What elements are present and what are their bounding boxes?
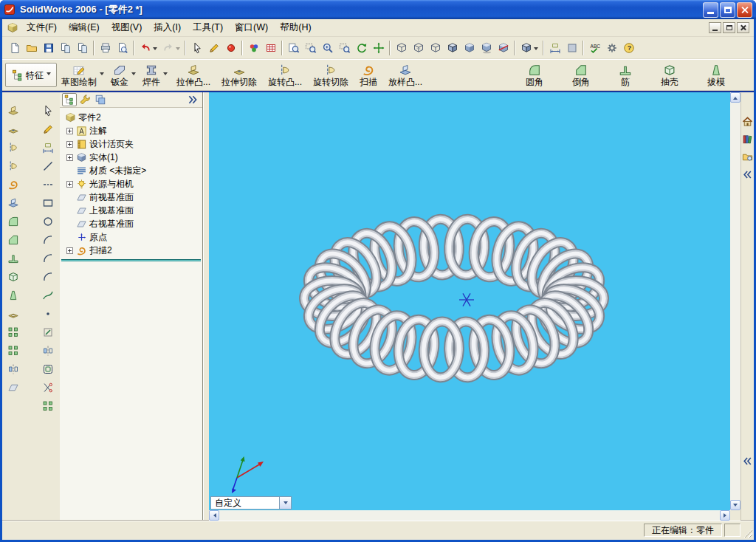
scroll-up-button[interactable] bbox=[730, 92, 740, 103]
loft-button[interactable] bbox=[5, 195, 22, 211]
trim-entities-button[interactable] bbox=[40, 380, 57, 396]
new-document-button[interactable] bbox=[6, 40, 23, 56]
feature-button-shell[interactable]: 抽壳 bbox=[647, 61, 692, 89]
shaded-with-edges-button[interactable] bbox=[444, 40, 461, 56]
propertymanager-tab-button[interactable] bbox=[78, 93, 92, 106]
extrude-boss-button[interactable] bbox=[5, 103, 22, 119]
menu-help[interactable]: 帮助(H) bbox=[274, 19, 317, 36]
open-button[interactable] bbox=[23, 40, 40, 56]
rectangle-button[interactable] bbox=[40, 195, 57, 211]
feature-button-extrude-cut[interactable]: 拉伸切除 bbox=[217, 61, 261, 89]
feature-tab-sketch[interactable]: 草图绘制 bbox=[59, 61, 106, 89]
fillet-button[interactable] bbox=[5, 213, 22, 230]
shaded-button[interactable] bbox=[461, 40, 478, 56]
configurationmanager-tab-button[interactable] bbox=[93, 93, 108, 106]
rotate-view-button[interactable] bbox=[353, 40, 370, 56]
spline-button[interactable] bbox=[40, 287, 57, 303]
feature-button-revolve-cut[interactable]: 旋转切除 bbox=[309, 61, 353, 89]
tree-item-part[interactable]: 零件2 bbox=[61, 111, 201, 124]
solidworks-resources-button[interactable] bbox=[741, 114, 754, 128]
tree-item-lights-cameras[interactable]: 光源与相机 bbox=[61, 177, 201, 191]
print-button[interactable] bbox=[97, 40, 114, 56]
centerline-button[interactable] bbox=[40, 176, 57, 193]
scroll-left-button[interactable] bbox=[209, 510, 219, 521]
panel-splitter[interactable] bbox=[203, 92, 209, 521]
sketch-button[interactable] bbox=[205, 40, 222, 56]
wireframe-button[interactable] bbox=[393, 40, 410, 56]
restore-button[interactable] bbox=[720, 2, 735, 18]
chamfer-button[interactable] bbox=[5, 232, 22, 248]
rollback-bar[interactable] bbox=[61, 259, 201, 261]
circular-pattern-button[interactable] bbox=[5, 343, 22, 359]
draft-button[interactable] bbox=[5, 287, 22, 303]
feature-tab-sheet-metal[interactable]: 钣金 bbox=[109, 61, 138, 89]
file-explorer-button[interactable] bbox=[741, 150, 754, 163]
feature-tab-weldments[interactable]: 焊件 bbox=[140, 61, 170, 89]
titlebar[interactable]: SolidWorks 2006 - [零件2 *] bbox=[0, 0, 756, 19]
offset-entities-button[interactable] bbox=[40, 361, 57, 377]
sketch-button[interactable] bbox=[40, 121, 57, 137]
menu-tools[interactable]: 工具(T) bbox=[187, 19, 229, 36]
design-table-button[interactable] bbox=[262, 40, 279, 56]
graphics-area[interactable]: 自定义 bbox=[209, 92, 730, 510]
tree-item-right-plane[interactable]: 右视基准面 bbox=[61, 217, 201, 230]
zoom-in-out-button[interactable] bbox=[319, 40, 336, 56]
pan-button[interactable] bbox=[370, 40, 387, 56]
convert-entities-button[interactable] bbox=[40, 324, 57, 340]
reference-geometry-button[interactable] bbox=[5, 380, 22, 396]
3point-arc-button[interactable] bbox=[40, 269, 57, 285]
zoom-to-area-button[interactable] bbox=[302, 40, 319, 56]
close-button[interactable] bbox=[737, 2, 752, 18]
menu-view[interactable]: 视图(V) bbox=[106, 19, 148, 36]
rebuild-button[interactable] bbox=[222, 40, 239, 56]
menu-window[interactable]: 窗口(W) bbox=[229, 19, 274, 36]
scroll-down-button[interactable] bbox=[730, 500, 740, 510]
mass-properties-button[interactable] bbox=[563, 40, 580, 56]
expand-plus[interactable] bbox=[65, 128, 74, 134]
combo-dropdown-button[interactable] bbox=[279, 497, 291, 509]
expand-plus[interactable] bbox=[65, 247, 74, 254]
menu-file[interactable]: 文件(F) bbox=[21, 19, 63, 36]
section-view-button[interactable] bbox=[495, 40, 512, 56]
select-button[interactable] bbox=[40, 103, 57, 119]
mirror-feature-button[interactable] bbox=[5, 361, 22, 377]
shadows-in-shaded-button[interactable] bbox=[478, 40, 495, 56]
point-button[interactable] bbox=[40, 306, 57, 322]
feature-button-revolve-boss[interactable]: 旋转凸... bbox=[264, 61, 306, 89]
menu-insert[interactable]: 插入(I) bbox=[148, 19, 187, 36]
redo-button[interactable] bbox=[159, 40, 182, 56]
doc-close-button[interactable] bbox=[737, 22, 749, 33]
tree-item-sweep2[interactable]: 扫描2 bbox=[61, 244, 201, 257]
tree-item-origin[interactable]: 原点 bbox=[61, 230, 201, 244]
make-assembly-from-part-button[interactable] bbox=[74, 40, 91, 56]
tree-item-solid-bodies[interactable]: 实体(1) bbox=[61, 151, 201, 164]
spell-checker-button[interactable] bbox=[586, 40, 603, 56]
tree-item-front-plane[interactable]: 前视基准面 bbox=[61, 191, 201, 204]
hidden-lines-visible-button[interactable] bbox=[410, 40, 427, 56]
tree-item-design-binder[interactable]: 设计活页夹 bbox=[61, 137, 201, 151]
design-library-button[interactable] bbox=[741, 132, 754, 145]
feature-button-chamfer[interactable]: 倒角 bbox=[559, 61, 603, 89]
expand-plus[interactable] bbox=[65, 181, 74, 188]
tree-item-material[interactable]: 材质 <未指定> bbox=[61, 164, 201, 177]
extrude-cut-button[interactable] bbox=[5, 121, 22, 137]
vertical-scrollbar[interactable] bbox=[730, 92, 740, 510]
revolve-boss-button[interactable] bbox=[5, 140, 22, 156]
hidden-lines-removed-button[interactable] bbox=[427, 40, 444, 56]
select-button[interactable] bbox=[188, 40, 205, 56]
expand-plus[interactable] bbox=[65, 154, 74, 161]
hole-wizard-button[interactable] bbox=[5, 306, 22, 322]
collapse-task-pane-button[interactable] bbox=[741, 168, 754, 181]
tangent-arc-button[interactable] bbox=[40, 250, 57, 267]
mirror-entities-button[interactable] bbox=[40, 343, 57, 359]
horizontal-scrollbar[interactable] bbox=[209, 510, 730, 521]
menu-edit[interactable]: 编辑(E) bbox=[63, 19, 106, 36]
edit-color-button[interactable] bbox=[245, 40, 262, 56]
view-orientation-combo[interactable]: 自定义 bbox=[210, 496, 292, 510]
doc-restore-button[interactable] bbox=[723, 22, 735, 33]
smart-dimension-button[interactable] bbox=[40, 140, 57, 156]
scroll-right-button[interactable] bbox=[720, 510, 730, 521]
shell-button[interactable] bbox=[5, 269, 22, 285]
resize-grip[interactable] bbox=[743, 528, 752, 538]
standard-views-button[interactable] bbox=[518, 40, 540, 56]
